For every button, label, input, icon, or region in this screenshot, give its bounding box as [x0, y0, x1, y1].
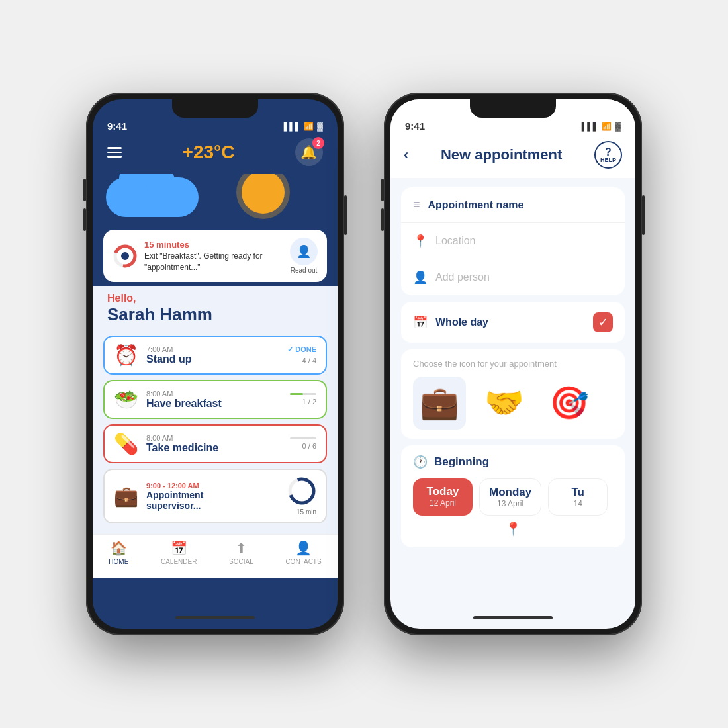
phone-new-appointment: 9:41 ▌▌▌ 📶 ▓ ‹ New appointment ? HELP — [384, 93, 642, 635]
appointment-form: ≡ Appointment name 📍 Location 👤 Add pers… — [390, 178, 635, 557]
icon-section: Choose the icon for your appointment 💼 🤝… — [401, 349, 625, 439]
phone-home: 9:41 ▌▌▌ 📶 ▓ +23°C 🔔 2 — [86, 93, 344, 635]
date-sub-monday: 13 April — [489, 499, 531, 508]
whole-day-left: 📅 Whole day — [413, 315, 488, 330]
icon-choice-briefcase[interactable]: 💼 — [413, 377, 466, 430]
back-button[interactable]: ‹ — [404, 146, 408, 163]
task-progressbar-medicine — [290, 437, 316, 439]
task-right-breakfast: 1 / 2 — [290, 393, 316, 406]
task-name-apt: Appointmentsupervisor... — [146, 490, 279, 511]
beginning-header: 🕐 Beginning — [413, 455, 613, 469]
beginning-clock-icon: 🕐 — [413, 455, 428, 469]
form-card-main: ≡ Appointment name 📍 Location 👤 Add pers… — [401, 187, 625, 295]
date-chip-tuesday[interactable]: Tu 14 — [548, 478, 608, 516]
notification-badge: 2 — [312, 137, 324, 149]
apt-progress-pie — [287, 477, 316, 506]
beginning-label: Beginning — [434, 455, 489, 469]
task-emoji-medicine: 💊 — [114, 432, 138, 455]
power-button[interactable] — [344, 195, 347, 235]
task-info-apt: 9:00 - 12:00 AM Appointmentsupervisor... — [146, 482, 279, 511]
form-row-location[interactable]: 📍 Location — [401, 223, 625, 259]
task-emoji-apt: 💼 — [114, 484, 138, 508]
nav-label-home: HOME — [109, 558, 128, 565]
home-header: +23°C 🔔 2 — [93, 136, 338, 174]
task-card-medicine[interactable]: 💊 8:00 AM Take medicine 0 / 6 — [103, 424, 327, 463]
date-chip-monday[interactable]: Monday 13 April — [479, 478, 541, 516]
temperature: +23°C — [183, 142, 235, 163]
contacts-nav-icon: 👤 — [295, 540, 312, 556]
nav-item-home[interactable]: 🏠 HOME — [109, 540, 128, 565]
home-nav-icon: 🏠 — [111, 540, 127, 556]
vol-up-button[interactable] — [83, 179, 86, 201]
icon-choice-target[interactable]: 🎯 — [543, 377, 596, 430]
status-icons-2: ▌▌▌ 📶 ▓ — [582, 122, 621, 131]
bottom-nav: 🏠 HOME 📅 CALENDER ⬆ SOCIAL 👤 CONTACTS — [93, 534, 338, 578]
date-main-monday: Monday — [489, 486, 531, 499]
alert-card: 15 minutes Exit "Breakfast". Getting rea… — [103, 230, 327, 282]
status-time: 9:41 — [107, 120, 127, 132]
battery-icon: ▓ — [317, 122, 323, 131]
location-placeholder: Location — [435, 235, 476, 247]
task-name-breakfast: Have breakfast — [146, 398, 282, 410]
task-progressbar-breakfast — [290, 393, 316, 395]
calendar-nav-icon: 📅 — [171, 540, 187, 556]
task-info-medicine: 8:00 AM Take medicine — [146, 434, 282, 454]
battery-icon-2: ▓ — [615, 122, 621, 131]
beginning-section: 🕐 Beginning Today 12 April Monday 13 Apr… — [401, 445, 625, 547]
whole-day-label: Whole day — [435, 316, 488, 328]
help-button[interactable]: ? HELP — [594, 141, 622, 169]
alert-progress-chart — [113, 244, 138, 269]
hello-text: Hello, — [107, 293, 323, 304]
greeting-section: Hello, Sarah Hamm — [93, 286, 338, 330]
signal-icon-2: ▌▌▌ — [582, 122, 599, 131]
bell-wrap: 🔔 2 — [295, 138, 323, 166]
vol-down-button-2[interactable] — [381, 208, 384, 231]
date-main-tuesday: Tu — [558, 486, 598, 499]
whole-day-checkbox[interactable]: ✓ — [593, 312, 613, 332]
date-sub-today: 12 April — [422, 498, 463, 508]
hamburger-line — [107, 147, 122, 149]
task-status-standup: ✓ DONE — [287, 345, 316, 354]
icon-section-label: Choose the icon for your appointment — [413, 359, 613, 369]
task-card-standup[interactable]: ⏰ 7:00 AM Stand up ✓ DONE 4 / 4 — [103, 336, 327, 375]
appointment-header: ‹ New appointment ? HELP — [390, 136, 635, 178]
back-arrow-icon: ‹ — [404, 146, 408, 163]
form-card-whole-day: 📅 Whole day ✓ — [401, 302, 625, 343]
form-row-person[interactable]: 👤 Add person — [401, 259, 625, 295]
icon-choices: 💼 🤝 🎯 — [413, 377, 613, 430]
alert-text: 15 minutes Exit "Breakfast". Getting rea… — [144, 239, 283, 273]
nav-label-calendar: CALENDER — [161, 558, 197, 565]
hamburger-line — [107, 152, 122, 154]
nav-item-contacts[interactable]: 👤 CONTACTS — [285, 540, 321, 565]
date-sub-tuesday: 14 — [558, 499, 598, 508]
read-out-button[interactable]: 👤 — [290, 238, 318, 265]
date-row: Today 12 April Monday 13 April Tu 14 — [413, 478, 613, 516]
task-right-standup: ✓ DONE 4 / 4 — [287, 345, 316, 365]
vol-up-button-2[interactable] — [381, 179, 384, 201]
nav-item-social[interactable]: ⬆ SOCIAL — [229, 540, 253, 565]
user-name: Sarah Hamm — [107, 304, 323, 325]
person-icon: 👤 — [413, 270, 428, 285]
alert-minutes: 15 minutes — [144, 240, 189, 250]
nav-item-calendar[interactable]: 📅 CALENDER — [161, 540, 197, 565]
task-info-standup: 7:00 AM Stand up — [146, 345, 279, 365]
form-row-name[interactable]: ≡ Appointment name — [401, 187, 625, 223]
task-card-breakfast[interactable]: 🥗 8:00 AM Have breakfast 1 / 2 — [103, 380, 327, 419]
home-indicator — [175, 616, 255, 619]
task-name-medicine: Take medicine — [146, 442, 282, 454]
task-right-apt: 15 min — [287, 477, 316, 516]
cloud-icon — [106, 177, 199, 217]
vol-down-button[interactable] — [83, 208, 86, 231]
task-time-medicine: 8:00 AM — [146, 434, 282, 442]
location-icon: 📍 — [413, 234, 428, 248]
hamburger-line — [107, 156, 122, 158]
task-card-appointment[interactable]: 💼 9:00 - 12:00 AM Appointmentsupervisor.… — [103, 469, 327, 523]
power-button-2[interactable] — [642, 195, 645, 235]
task-count-medicine: 0 / 6 — [302, 442, 316, 450]
task-emoji-breakfast: 🥗 — [114, 388, 138, 411]
icon-choice-handshake[interactable]: 🤝 — [478, 377, 531, 430]
task-time-standup: 7:00 AM — [146, 345, 279, 353]
date-chip-today[interactable]: Today 12 April — [413, 478, 473, 516]
task-emoji-standup: ⏰ — [114, 343, 138, 367]
hamburger-menu[interactable] — [107, 147, 122, 158]
